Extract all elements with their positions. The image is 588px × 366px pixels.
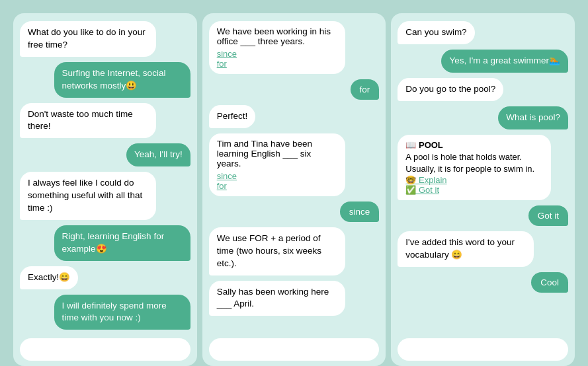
msg-c2m7: Sally has been working here ___ April.	[209, 281, 345, 316]
msg-c3m6: Got it	[528, 205, 568, 226]
msg-c3m2: Yes, I'm a great swimmer🏊	[441, 50, 568, 73]
msg-c3m3: Do you go to the pool?	[398, 78, 503, 101]
msg-c2m5: since	[340, 201, 380, 222]
input-bar-2[interactable]	[209, 338, 380, 361]
msg-c2m4: Tim and Tina have been learning English …	[209, 133, 345, 196]
msg-c3m1: Can you swim?	[398, 21, 474, 44]
msg-c2m2: for	[351, 79, 380, 100]
msg-c3m5: 📖 POOL A pool is hole that holds water. …	[398, 135, 551, 200]
def-title: 📖 POOL	[405, 140, 543, 150]
input-bar-1[interactable]	[20, 338, 190, 361]
link-for-1[interactable]: for	[217, 59, 337, 69]
def-text: A pool is hole that holds water. Usually…	[405, 151, 543, 175]
msg-c1m8: I will definitely spend more time with y…	[54, 295, 190, 330]
chat-column-1: What do you like to do in your free time…	[13, 13, 197, 366]
link-for-2[interactable]: for	[217, 181, 337, 191]
def-emoji: 📖	[405, 140, 416, 150]
def-link-gotit[interactable]: ✅ Got it	[405, 185, 543, 195]
msg-c2m3: Perfect!	[209, 105, 256, 128]
msg-c1m2: Surfing the Internet, social networks mo…	[54, 62, 190, 98]
msg-c2m1-text: We have been working in his office ___ t…	[217, 26, 337, 46]
msg-c3m7: I've added this word to your vocabulary …	[398, 231, 534, 267]
msg-c2m4-text: Tim and Tina have been learning English …	[217, 139, 337, 168]
chat-column-3: Can you swim? Yes, I'm a great swimmer🏊 …	[391, 13, 575, 366]
link-since-2[interactable]: since	[217, 171, 337, 181]
msg-c1m5: I always feel like I could do something …	[20, 172, 156, 220]
msg-c2m1: We have been working in his office ___ t…	[209, 21, 345, 74]
input-bar-3[interactable]	[398, 338, 568, 361]
msg-c1m1: What do you like to do in your free time…	[20, 21, 156, 57]
msg-c1m4: Yeah, I'll try!	[126, 143, 190, 166]
msg-c3m4: What is pool?	[498, 106, 568, 129]
msg-c1m6: Right, learning English for example😍	[54, 225, 190, 261]
chat-column-2: We have been working in his office ___ t…	[202, 13, 386, 366]
def-title-text: POOL	[419, 140, 443, 150]
msg-c1m7: Exactly!😄	[20, 266, 78, 289]
msg-c2m6: We use FOR + a period of time (two hours…	[209, 227, 345, 275]
def-link-explain[interactable]: 🤓 Explain	[405, 175, 543, 185]
msg-c1m3: Don't waste too much time there!	[20, 103, 156, 139]
link-since-1[interactable]: since	[217, 49, 337, 59]
msg-c3m8: Cool	[531, 272, 568, 293]
app-container: What do you like to do in your free time…	[7, 7, 581, 366]
